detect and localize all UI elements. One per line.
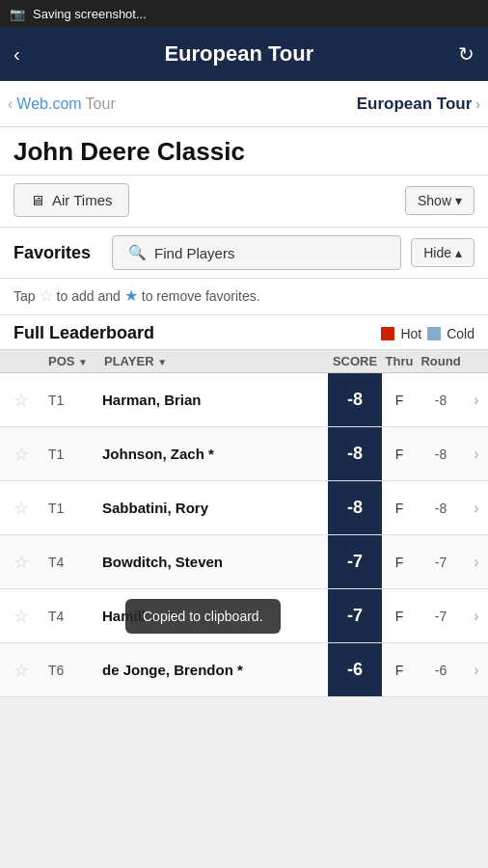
event-title: John Deere Classic — [14, 137, 474, 167]
leaderboard-title: Full Leaderboard — [14, 323, 154, 343]
table-row: ☆ T6 de Jonge, Brendon * -6 F -6 › — [0, 643, 488, 697]
star-toggle-4[interactable]: ☆ — [0, 606, 42, 627]
status-icon: 📷 — [10, 7, 25, 21]
air-times-label: Air Times — [52, 192, 113, 208]
tap-note: Tap ☆ to add and ★ to remove favorites. — [0, 279, 488, 315]
tap-text-2: to add and — [57, 288, 121, 304]
thru-header-label: Thru — [386, 354, 414, 368]
col-thru-header: Thru — [382, 354, 417, 368]
favorites-label: Favorites — [14, 243, 91, 263]
row-detail-button-1[interactable]: › — [465, 446, 488, 463]
table-row: ☆ T4 Hamill... -7 F -7 › Copied to clipb… — [0, 589, 488, 643]
row-detail-button-2[interactable]: › — [465, 500, 488, 517]
refresh-button[interactable]: ↻ — [458, 42, 474, 66]
round-5: -6 — [417, 663, 465, 678]
show-label: Show — [418, 193, 451, 208]
back-button[interactable]: ‹ — [14, 43, 20, 66]
thru-3: F — [382, 555, 417, 570]
round-1: -8 — [417, 447, 465, 462]
thru-5: F — [382, 663, 417, 678]
air-times-button[interactable]: 🖥 Air Times — [14, 183, 129, 217]
row-detail-button-0[interactable]: › — [465, 392, 488, 409]
score-3: -7 — [328, 535, 382, 588]
col-pos-header[interactable]: POS ▼ — [42, 354, 100, 368]
player-header-label: PLAYER — [104, 354, 154, 368]
position-1: T1 — [42, 447, 100, 462]
hot-label: Hot — [400, 326, 421, 341]
european-tour-tab[interactable]: European Tour › — [244, 95, 480, 114]
star-toggle-0[interactable]: ☆ — [0, 390, 42, 411]
star-toggle-5[interactable]: ☆ — [0, 660, 42, 681]
col-score-header: SCORE — [328, 354, 382, 368]
tour-tabs: ‹ Web.com Tour European Tour › — [0, 81, 488, 127]
row-detail-button-3[interactable]: › — [465, 554, 488, 571]
hot-indicator — [381, 327, 394, 340]
position-0: T1 — [42, 393, 100, 408]
european-tour-label: European Tour — [357, 95, 473, 114]
webcom-tour-tab[interactable]: ‹ Web.com Tour — [8, 95, 244, 113]
legend: Hot Cold — [381, 326, 474, 341]
pos-sort-icon: ▼ — [78, 357, 88, 367]
position-5: T6 — [42, 663, 100, 678]
table-header: POS ▼ PLAYER ▼ SCORE Thru Round — [0, 350, 488, 373]
left-arrow-icon: ‹ — [8, 95, 13, 113]
player-name-3: Bowditch, Steven — [100, 554, 328, 570]
star-toggle-1[interactable]: ☆ — [0, 444, 42, 465]
round-3: -7 — [417, 555, 465, 570]
leaderboard-header: Full Leaderboard Hot Cold — [0, 315, 488, 350]
player-name-1: Johnson, Zach * — [100, 446, 328, 462]
round-2: -8 — [417, 501, 465, 516]
player-name-2: Sabbatini, Rory — [100, 500, 328, 516]
table-row: ☆ T1 Sabbatini, Rory -8 F -8 › — [0, 481, 488, 535]
pos-header-label: POS — [48, 354, 74, 368]
player-name-0: Harman, Brian — [100, 392, 328, 408]
score-header-label: SCORE — [333, 354, 377, 368]
round-header-label: Round — [420, 354, 460, 368]
score-0: -8 — [328, 373, 382, 426]
tap-text-1: Tap — [14, 288, 36, 304]
event-title-section: John Deere Classic — [0, 127, 488, 176]
air-times-row: 🖥 Air Times Show ▾ — [0, 176, 488, 228]
star-toggle-2[interactable]: ☆ — [0, 498, 42, 519]
player-sort-icon: ▼ — [157, 357, 167, 367]
search-icon: 🔍 — [128, 244, 147, 261]
round-0: -8 — [417, 393, 465, 408]
player-name-5: de Jonge, Brendon * — [100, 662, 328, 678]
filled-star-icon: ★ — [124, 286, 138, 305]
score-5: -6 — [328, 643, 382, 696]
thru-1: F — [382, 447, 417, 462]
cold-label: Cold — [447, 326, 474, 341]
show-button[interactable]: Show ▾ — [405, 186, 474, 215]
webcom-label: Web.com — [16, 95, 81, 113]
row-detail-button-5[interactable]: › — [465, 662, 488, 679]
col-round-header: Round — [417, 354, 465, 368]
hide-arrow-icon: ▴ — [455, 245, 462, 260]
row-detail-button-4[interactable]: › — [465, 608, 488, 625]
tv-icon: 🖥 — [30, 192, 44, 208]
player-table: ☆ T1 Harman, Brian -8 F -8 › ☆ T1 Johnso… — [0, 373, 488, 697]
tour-label: Tour — [86, 95, 116, 113]
cold-indicator — [427, 327, 441, 340]
tap-text-3: to remove favorites. — [142, 288, 260, 304]
table-row: ☆ T1 Harman, Brian -8 F -8 › — [0, 373, 488, 427]
clipboard-toast: Copied to clipboard. — [125, 599, 281, 634]
find-players-label: Find Players — [154, 245, 234, 261]
col-player-header[interactable]: PLAYER ▼ — [100, 354, 328, 368]
star-toggle-3[interactable]: ☆ — [0, 552, 42, 573]
position-3: T4 — [42, 555, 100, 570]
hide-button[interactable]: Hide ▴ — [411, 238, 474, 267]
score-4: -7 — [328, 589, 382, 642]
find-players-button[interactable]: 🔍 Find Players — [112, 235, 401, 270]
thru-0: F — [382, 393, 417, 408]
table-row: ☆ T1 Johnson, Zach * -8 F -8 › — [0, 427, 488, 481]
nav-title: European Tour — [164, 41, 313, 67]
status-bar: 📷 Saving screenshot... — [0, 0, 488, 27]
table-row: ☆ T4 Bowditch, Steven -7 F -7 › — [0, 535, 488, 589]
show-arrow-icon: ▾ — [455, 193, 462, 208]
right-arrow-icon: › — [475, 96, 480, 112]
status-text: Saving screenshot... — [33, 7, 147, 21]
empty-star-icon: ☆ — [40, 286, 53, 305]
thru-2: F — [382, 501, 417, 516]
score-1: -8 — [328, 427, 382, 480]
round-4: -7 — [417, 609, 465, 624]
